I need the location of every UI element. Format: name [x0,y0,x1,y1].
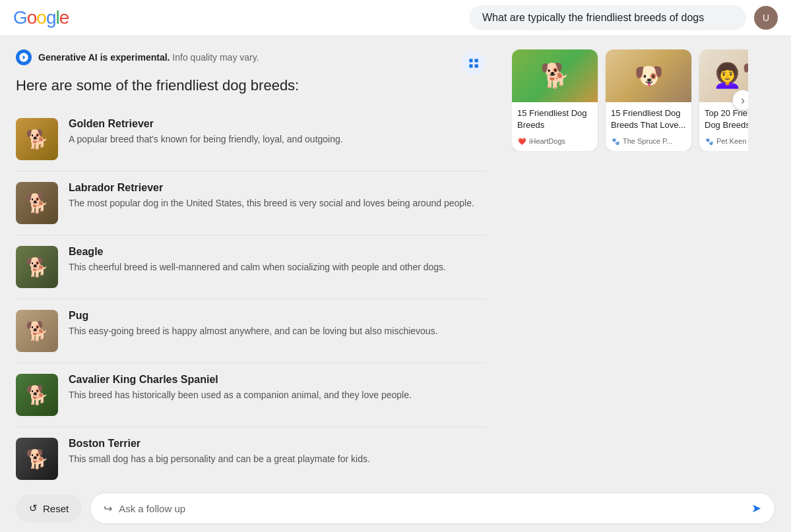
source-icon-iheartdogs: ❤️ [517,136,526,146]
google-logo: Google [13,7,69,28]
source-icon-petkeen: 🐾 [705,136,714,146]
breed-info-cavalier: Cavalier King Charles Spaniel This breed… [69,374,486,402]
breed-item-boston-terrier: 🐕 Boston Terrier This small dog has a bi… [16,427,486,491]
card-body-iheartdogs: 15 Friendliest Dog Breeds ❤️ iHeartDogs [512,102,598,151]
right-panel: 🐕 15 Friendliest Dog Breeds ❤️ iHeartDog… [501,36,759,532]
header: Google What are typically the friendlies… [0,0,791,36]
card-source-spruce: 🐾 The Spruce P... [611,136,686,146]
card-source-iheartdogs: ❤️ iHeartDogs [517,136,592,146]
bottom-bar: ↺ Reset ↪ Ask a follow up ➤ [0,485,791,532]
card-title-petkeen: Top 20 Friendliest Dog Breeds (with... [705,107,748,131]
search-query-text: What are typically the friendliest breed… [482,12,704,24]
breed-thumbnail-golden-retriever: 🐕 [16,118,58,160]
breed-thumbnail-cavalier: 🐕 [16,374,58,416]
follow-up-bar[interactable]: ↪ Ask a follow up ➤ [90,492,775,524]
source-name-petkeen: Pet Keen [716,137,746,145]
svg-rect-3 [475,65,478,68]
avatar[interactable]: U [754,6,778,30]
breed-item-golden-retriever: 🐕 Golden Retriever A popular breed that'… [16,107,486,171]
cards-container: 🐕 15 Friendliest Dog Breeds ❤️ iHeartDog… [512,49,748,151]
breed-thumbnail-beagle: 🐕 [16,246,58,288]
send-icon[interactable]: ➤ [751,501,761,516]
breed-info-boston-terrier: Boston Terrier This small dog has a big … [69,438,486,466]
svg-rect-0 [469,59,472,62]
breed-name-labrador-retriever: Labrador Retriever [69,182,486,194]
breed-desc-cavalier: This breed has historically been used as… [69,388,486,402]
disclaimer-text: Generative AI is experimental. Info qual… [38,52,259,63]
breed-thumbnail-boston-terrier: 🐕 [16,438,58,480]
card-image-spruce: 🐶 [606,49,691,102]
ai-icon [16,49,32,65]
follow-up-text: Ask a follow up [119,503,745,514]
reset-button[interactable]: ↺ Reset [16,494,82,522]
search-bar[interactable]: What are typically the friendliest breed… [469,5,746,30]
search-bar-container: What are typically the friendliest breed… [82,5,778,30]
breed-item-cavalier: 🐕 Cavalier King Charles Spaniel This bre… [16,363,486,427]
card-image-iheartdogs: 🐕 [512,49,598,102]
breed-item-pug: 🐕 Pug This easy-going breed is happy alm… [16,299,486,363]
breed-thumbnail-labrador-retriever: 🐕 [16,182,58,224]
breed-desc-pug: This easy-going breed is happy almost an… [69,324,486,338]
breed-name-pug: Pug [69,310,486,322]
source-icon-spruce: 🐾 [611,136,620,146]
card-title-iheartdogs: 15 Friendliest Dog Breeds [517,107,592,131]
card-body-spruce: 15 Friendliest Dog Breeds That Love... 🐾… [606,102,691,151]
grid-view-button[interactable] [462,51,486,75]
source-name-spruce: The Spruce P... [623,137,672,145]
breed-name-beagle: Beagle [69,246,486,258]
breed-info-labrador-retriever: Labrador Retriever The most popular dog … [69,182,486,210]
chevron-right-icon: › [741,94,745,107]
ai-panel: Generative AI is experimental. Info qual… [0,36,501,532]
breed-name-boston-terrier: Boston Terrier [69,438,486,450]
disclaimer-row: Generative AI is experimental. Info qual… [16,49,486,77]
card-source-petkeen: 🐾 Pet Keen [705,136,748,146]
breed-name-golden-retriever: Golden Retriever [69,118,486,130]
carousel-next-button[interactable]: › [732,90,748,111]
breed-thumbnail-pug: 🐕 [16,310,58,352]
reset-label: Reset [43,503,69,514]
breed-name-cavalier: Cavalier King Charles Spaniel [69,374,486,386]
breed-desc-labrador-retriever: The most popular dog in the United State… [69,196,486,210]
card-title-spruce: 15 Friendliest Dog Breeds That Love... [611,107,686,131]
source-name-iheartdogs: iHeartDogs [529,137,565,145]
article-card-spruce[interactable]: 🐶 15 Friendliest Dog Breeds That Love...… [606,49,691,151]
breed-info-golden-retriever: Golden Retriever A popular breed that's … [69,118,486,146]
article-card-iheartdogs[interactable]: 🐕 15 Friendliest Dog Breeds ❤️ iHeartDog… [512,49,598,151]
breed-info-pug: Pug This easy-going breed is happy almos… [69,310,486,338]
reset-icon: ↺ [29,502,38,514]
svg-rect-1 [475,59,478,62]
breed-info-beagle: Beagle This cheerful breed is well-manne… [69,246,486,274]
main-content: Generative AI is experimental. Info qual… [0,36,791,532]
breed-list: 🐕 Golden Retriever A popular breed that'… [16,107,486,532]
follow-up-icon: ↪ [104,502,112,515]
breed-desc-boston-terrier: This small dog has a big personality and… [69,452,486,466]
breed-desc-golden-retriever: A popular breed that's known for being f… [69,133,486,146]
breed-item-labrador-retriever: 🐕 Labrador Retriever The most popular do… [16,171,486,235]
results-heading: Here are some of the friendliest dog bre… [16,77,486,94]
breed-desc-beagle: This cheerful breed is well-mannered and… [69,260,486,274]
ai-disclaimer: Generative AI is experimental. Info qual… [16,49,259,65]
breed-item-beagle: 🐕 Beagle This cheerful breed is well-man… [16,235,486,299]
svg-rect-2 [469,65,472,68]
